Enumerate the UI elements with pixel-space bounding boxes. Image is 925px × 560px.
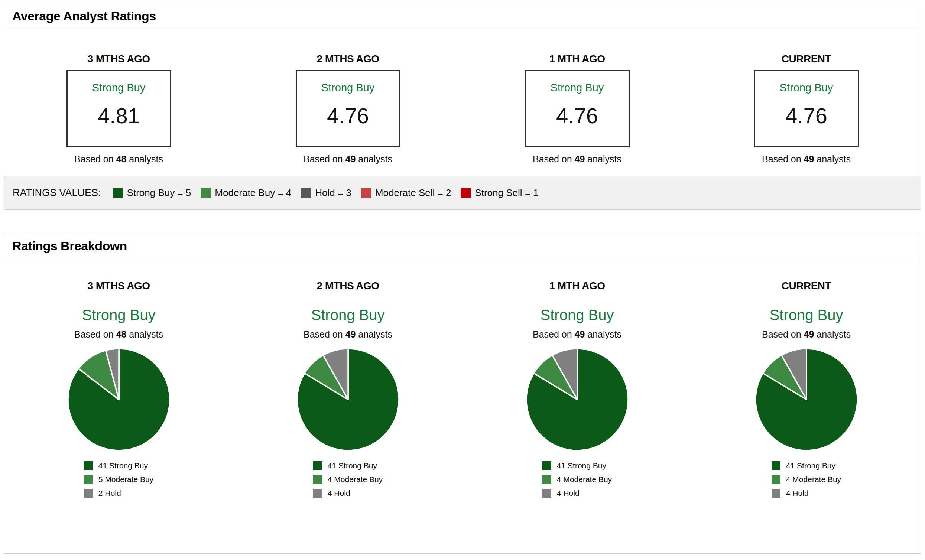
period-label: CURRENT <box>782 53 831 65</box>
pie-legend-row-hold: 4 Hold <box>771 489 841 498</box>
pie-legend-label: 41 Strong Buy <box>328 461 377 470</box>
consensus-label: Strong Buy <box>780 82 833 94</box>
based-on-analysts: Based on 49 analysts <box>533 329 622 340</box>
legend-item-label: Moderate Buy = 4 <box>215 187 291 199</box>
based-on-prefix: Based on <box>303 154 343 164</box>
ratings-pie-chart <box>67 348 171 452</box>
pie-legend-label: 41 Strong Buy <box>557 461 606 470</box>
average-score: 4.76 <box>556 104 598 127</box>
legend-item-strong-buy: Strong Buy = 5 <box>113 187 191 199</box>
analyst-count: 48 <box>116 329 127 339</box>
analyst-count: 49 <box>804 154 814 164</box>
pie-legend-label: 5 Moderate Buy <box>98 475 154 484</box>
rating-score-box: Strong Buy 4.76 <box>525 70 630 148</box>
moderate-sell-swatch <box>361 188 371 198</box>
pie-legend: 41 Strong Buy 5 Moderate Buy 2 Hold <box>84 461 154 498</box>
consensus-label: Strong Buy <box>311 306 385 324</box>
pie-legend-row-strong-buy: 41 Strong Buy <box>771 461 841 470</box>
hold-swatch <box>301 188 311 198</box>
hold-swatch <box>542 489 551 498</box>
hold-swatch <box>84 489 93 498</box>
hold-swatch <box>313 489 322 498</box>
period-label: 1 MTH AGO <box>549 280 605 292</box>
period-label: 3 MTHS AGO <box>87 280 150 292</box>
consensus-label: Strong Buy <box>770 306 843 324</box>
pie-legend-label: 4 Hold <box>557 489 580 498</box>
based-on-suffix: analysts <box>817 154 851 164</box>
based-on-analysts: Based on 48 analysts <box>74 329 163 340</box>
consensus-label: Strong Buy <box>82 306 156 324</box>
ratings-pie-chart <box>525 348 629 452</box>
based-on-prefix: Based on <box>533 329 572 339</box>
legend-item-hold: Hold = 3 <box>301 187 351 199</box>
average-ratings-body: 3 MTHS AGO Strong Buy 4.81 Based on 48 a… <box>4 29 921 176</box>
moderate-buy-swatch <box>542 475 551 484</box>
based-on-analysts: Based on 48 analysts <box>74 154 163 164</box>
average-ratings-panel: Average Analyst Ratings 3 MTHS AGO Stron… <box>4 3 921 210</box>
based-on-analysts: Based on 49 analysts <box>762 154 851 164</box>
pie-legend-row-strong-buy: 41 Strong Buy <box>84 461 154 470</box>
analyst-ratings-widget: Average Analyst Ratings 3 MTHS AGO Stron… <box>0 0 925 560</box>
rating-score-box: Strong Buy 4.76 <box>296 70 401 148</box>
average-score: 4.76 <box>327 104 369 127</box>
average-ratings-title: Average Analyst Ratings <box>12 9 156 23</box>
average-score: 4.76 <box>785 104 827 127</box>
legend-item-label: Strong Sell = 1 <box>475 187 538 199</box>
rating-score-box: Strong Buy 4.81 <box>66 70 171 148</box>
pie-legend-row-strong-buy: 41 Strong Buy <box>542 461 612 470</box>
based-on-prefix: Based on <box>303 329 343 339</box>
based-on-prefix: Based on <box>762 329 801 339</box>
legend-item-label: Hold = 3 <box>315 187 351 199</box>
based-on-suffix: analysts <box>587 154 622 164</box>
pie-legend-row-moderate-buy: 4 Moderate Buy <box>771 475 841 484</box>
period-label: CURRENT <box>782 280 831 292</box>
based-on-suffix: analysts <box>587 329 622 339</box>
based-on-suffix: analysts <box>129 154 163 164</box>
ratings-breakdown-body: 3 MTHS AGO Strong Buy Based on 48 analys… <box>4 259 921 553</box>
pie-legend-label: 41 Strong Buy <box>98 461 148 470</box>
pie-legend-row-hold: 4 Hold <box>542 489 612 498</box>
based-on-suffix: analysts <box>817 329 851 339</box>
moderate-buy-swatch <box>84 475 93 484</box>
moderate-buy-swatch <box>313 475 322 484</box>
based-on-prefix: Based on <box>74 154 114 164</box>
pie-legend: 41 Strong Buy 4 Moderate Buy 4 Hold <box>771 461 841 498</box>
based-on-analysts: Based on 49 analysts <box>762 329 851 340</box>
consensus-label: Strong Buy <box>541 306 614 324</box>
analyst-count: 49 <box>575 329 585 339</box>
breakdown-column-1mth: 1 MTH AGO Strong Buy Based on 49 analyst… <box>462 280 692 553</box>
hold-swatch <box>771 489 780 498</box>
period-label: 1 MTH AGO <box>549 53 605 65</box>
analyst-count: 49 <box>804 329 814 339</box>
average-column-1mth: 1 MTH AGO Strong Buy 4.76 Based on 49 an… <box>462 53 692 176</box>
ratings-pie-chart <box>296 348 400 452</box>
pie-legend-label: 4 Hold <box>786 489 809 498</box>
ratings-values-label: RATINGS VALUES: <box>13 187 101 199</box>
period-label: 2 MTHS AGO <box>316 53 379 65</box>
average-column-3mths: 3 MTHS AGO Strong Buy 4.81 Based on 48 a… <box>4 53 233 176</box>
average-column-current: CURRENT Strong Buy 4.76 Based on 49 anal… <box>692 53 921 176</box>
legend-item-label: Strong Buy = 5 <box>127 187 191 199</box>
pie-legend-label: 4 Moderate Buy <box>328 475 383 484</box>
consensus-label: Strong Buy <box>551 82 604 94</box>
period-label: 2 MTHS AGO <box>316 280 379 292</box>
pie-legend-row-moderate-buy: 5 Moderate Buy <box>84 475 154 484</box>
ratings-pie-chart <box>755 348 859 452</box>
breakdown-column-3mths: 3 MTHS AGO Strong Buy Based on 48 analys… <box>4 280 233 553</box>
pie-legend: 41 Strong Buy 4 Moderate Buy 4 Hold <box>542 461 612 498</box>
strong-buy-swatch <box>771 461 780 470</box>
period-label: 3 MTHS AGO <box>87 53 150 65</box>
pie-legend-label: 4 Moderate Buy <box>557 475 612 484</box>
based-on-suffix: analysts <box>129 329 163 339</box>
consensus-label: Strong Buy <box>321 82 374 94</box>
pie-legend-label: 41 Strong Buy <box>786 461 836 470</box>
analyst-count: 49 <box>345 154 356 164</box>
average-score: 4.81 <box>98 104 140 127</box>
legend-item-moderate-buy: Moderate Buy = 4 <box>200 187 291 199</box>
breakdown-column-2mths: 2 MTHS AGO Strong Buy Based on 49 analys… <box>233 280 462 553</box>
analyst-count: 49 <box>345 329 356 339</box>
strong-buy-swatch <box>542 461 551 470</box>
analyst-count: 49 <box>575 154 585 164</box>
pie-legend-row-strong-buy: 41 Strong Buy <box>313 461 383 470</box>
moderate-buy-swatch <box>200 188 211 198</box>
